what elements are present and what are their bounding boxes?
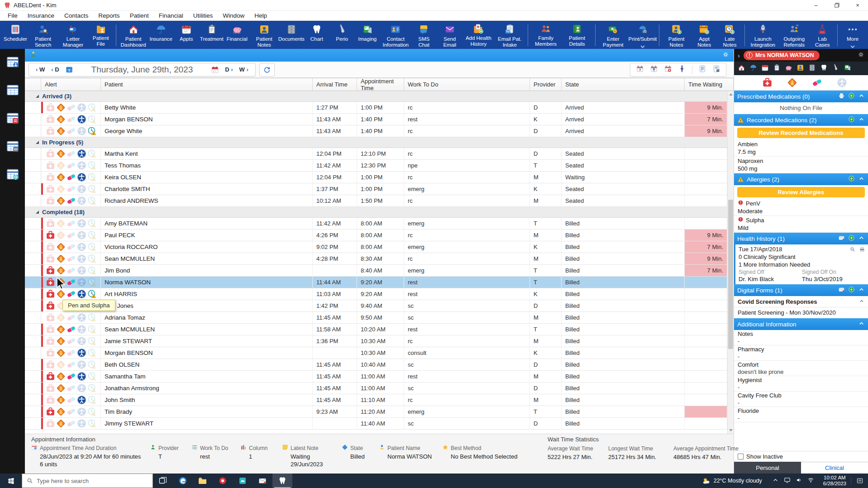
medical-alert-icon[interactable] bbox=[56, 103, 66, 112]
medication-icon[interactable] bbox=[67, 254, 76, 263]
medication-icon[interactable] bbox=[67, 184, 76, 194]
accessibility-icon[interactable] bbox=[77, 336, 86, 346]
toolbar-perio[interactable]: Perio bbox=[329, 22, 355, 49]
medical-alert-icon[interactable] bbox=[56, 230, 66, 240]
toolbar-late-notes[interactable]: Late Notes bbox=[717, 22, 742, 49]
tab-clinical[interactable]: Clinical bbox=[801, 462, 868, 474]
first-aid-kit-icon[interactable] bbox=[46, 242, 55, 252]
action-center-icon[interactable] bbox=[851, 477, 868, 484]
medication-icon[interactable] bbox=[67, 196, 76, 206]
first-aid-kit-icon[interactable] bbox=[46, 172, 55, 182]
health-history-entry[interactable]: Tue 17/Apr/20180 Clinically Significant1… bbox=[734, 244, 868, 284]
medical-alert-icon[interactable] bbox=[56, 126, 66, 136]
medical-alert-icon[interactable] bbox=[56, 419, 66, 428]
toolbar-treatment[interactable]: Treatment bbox=[199, 22, 224, 49]
accessibility-icon[interactable] bbox=[77, 149, 86, 158]
perio-icon[interactable] bbox=[832, 64, 839, 73]
accessibility-icon[interactable] bbox=[77, 115, 86, 124]
medical-alert-icon[interactable] bbox=[56, 196, 66, 206]
appointment-row-jamie-stewart[interactable]: Jamie STEWART1:36 PM10:30 AMrcMBilled bbox=[25, 335, 727, 347]
patient-notes-icon[interactable] bbox=[796, 64, 804, 73]
toolbar-outgoing-referrals[interactable]: Outgoing Referrals bbox=[778, 22, 810, 49]
toolbar-chart[interactable]: Chart bbox=[304, 22, 329, 49]
medical-alert-icon[interactable] bbox=[56, 383, 66, 393]
first-aid-kit-icon[interactable] bbox=[46, 348, 55, 358]
toolbar-launch-integration[interactable]: Launch Integration bbox=[747, 22, 778, 49]
first-aid-kit-icon[interactable] bbox=[46, 115, 55, 124]
first-aid-kit-icon[interactable] bbox=[46, 277, 55, 287]
patient-name-cell[interactable]: Richard ANDREWS bbox=[101, 195, 313, 206]
appointment-row-art-harris[interactable]: Art HARRIS11:03 AM9:20 AMrestKBilled bbox=[25, 288, 727, 300]
appointment-row-tim-brady[interactable]: Tim Brady9:23 AM11:20 AMemergTBilled bbox=[25, 406, 727, 418]
plus-icon[interactable] bbox=[848, 175, 855, 183]
accessibility-icon[interactable] bbox=[77, 313, 86, 322]
wait-time-icon[interactable] bbox=[87, 348, 97, 358]
first-aid-kit-icon[interactable] bbox=[46, 254, 55, 263]
appointment-row-sean-mcmullen[interactable]: Sean MCMULLEN11:58 AM10:20 AMrestTBilled bbox=[25, 324, 727, 335]
first-aid-kit-icon[interactable] bbox=[46, 383, 55, 393]
nav-schedule-book-icon[interactable] bbox=[6, 111, 19, 127]
menu-utilities[interactable]: Utilities bbox=[188, 11, 218, 21]
mail-app-icon[interactable] bbox=[253, 474, 272, 488]
medical-alert-icon[interactable] bbox=[56, 313, 66, 322]
previous-week-button[interactable]: ‹ W bbox=[33, 66, 48, 73]
medication-icon[interactable] bbox=[67, 407, 76, 416]
patient-name-cell[interactable]: Art HARRIS bbox=[101, 288, 313, 300]
patient-name-cell[interactable]: Tess Thomas bbox=[101, 160, 313, 171]
toolbar-insurance[interactable]: Insurance bbox=[148, 22, 174, 49]
medication-icon[interactable] bbox=[67, 360, 76, 369]
documents-icon[interactable] bbox=[808, 64, 816, 73]
first-aid-kit-icon[interactable] bbox=[46, 266, 55, 275]
appointment-row-norma-watson[interactable]: Norma WATSON11:44 AM9:20 AMrestTBilled bbox=[25, 277, 727, 288]
appointment-row-beth-olsen[interactable]: Beth OLSEN11:45 AM10:40 AMscDBilled bbox=[25, 359, 727, 371]
first-aid-kit-icon[interactable] bbox=[46, 407, 55, 416]
row-selector-cell[interactable] bbox=[25, 312, 41, 323]
accessibility-icon[interactable] bbox=[77, 103, 86, 112]
accessibility-icon[interactable] bbox=[77, 277, 86, 287]
medication-icon[interactable] bbox=[67, 161, 76, 170]
column-header-state[interactable]: State bbox=[562, 78, 685, 91]
medical-alert-icon[interactable] bbox=[56, 395, 66, 405]
wait-time-icon[interactable] bbox=[87, 395, 97, 405]
additional-field-comfort[interactable]: Comfortdoesn't like prone bbox=[734, 361, 868, 376]
toolbar-appt-notes[interactable]: Appt Notes bbox=[692, 22, 717, 49]
first-aid-kit-icon[interactable] bbox=[46, 313, 55, 322]
appointment-row-samantha-tam[interactable]: Samantha Tam11:45 AM11:00 AMrestMBilled bbox=[25, 371, 727, 383]
scheduler-settings-gear-icon[interactable] bbox=[722, 51, 729, 60]
first-aid-kit-icon[interactable] bbox=[46, 395, 55, 405]
wait-time-icon[interactable] bbox=[87, 407, 97, 416]
review-button-recorded[interactable]: Review Recorded Medications bbox=[737, 128, 865, 138]
menu-insurance[interactable]: Insurance bbox=[23, 11, 59, 21]
accessibility-icon[interactable] bbox=[77, 407, 86, 416]
patient-name-cell[interactable]: Adriana Tomaz bbox=[101, 312, 313, 323]
first-aid-kit-icon[interactable] bbox=[46, 230, 55, 240]
section-header-allergies[interactable]: Allergies (2) bbox=[734, 173, 868, 185]
toolbar-enter-payment[interactable]: Enter Payment bbox=[597, 22, 629, 49]
first-aid-kit-icon[interactable] bbox=[46, 149, 55, 158]
medical-alert-icon[interactable] bbox=[56, 115, 66, 124]
accessibility-icon[interactable] bbox=[77, 172, 86, 182]
row-selector-cell[interactable] bbox=[25, 335, 41, 347]
section-header-forms[interactable]: Digital Forms (1) bbox=[734, 284, 868, 296]
restore-button[interactable] bbox=[826, 0, 847, 10]
wait-time-icon[interactable] bbox=[87, 277, 97, 287]
toolbar-patient-dashboard[interactable]: Patient Dashboard bbox=[118, 22, 148, 49]
patient-name-cell[interactable]: Victoria ROCCARO bbox=[101, 241, 313, 253]
medication-icon[interactable] bbox=[67, 277, 76, 287]
grid-scrollbar[interactable] bbox=[727, 91, 734, 434]
medication-icon[interactable] bbox=[67, 336, 76, 346]
accessibility-icon[interactable] bbox=[77, 161, 86, 170]
patient-name-cell[interactable]: Jonathan Armstrong bbox=[101, 383, 313, 394]
digital-form-entry[interactable]: Patient Screening - Mon 30/Nov/2020 bbox=[734, 307, 868, 318]
refresh-button[interactable] bbox=[259, 63, 275, 77]
section-header-recorded[interactable]: Recorded Medications (2) bbox=[734, 114, 868, 126]
medication-icon[interactable] bbox=[67, 172, 76, 182]
wait-time-icon[interactable] bbox=[87, 383, 97, 393]
previous-day-button[interactable]: ‹ D bbox=[48, 66, 62, 73]
row-selector-cell[interactable] bbox=[25, 371, 41, 382]
row-selector-cell[interactable] bbox=[25, 359, 41, 370]
collapse-chevron-icon[interactable] bbox=[858, 234, 865, 243]
row-selector-cell[interactable] bbox=[25, 418, 41, 429]
accessibility-icon[interactable] bbox=[77, 184, 86, 194]
wait-time-icon[interactable] bbox=[87, 219, 97, 228]
